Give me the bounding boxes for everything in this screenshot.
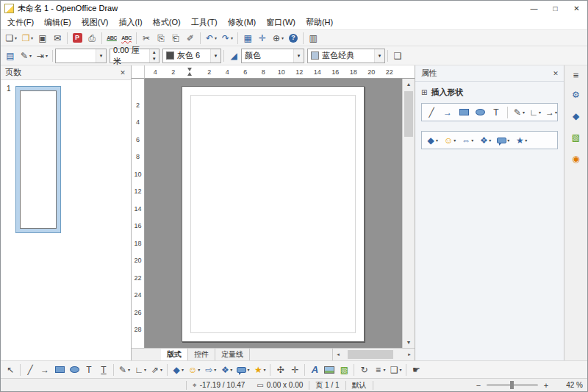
print-button[interactable]: ⎙	[85, 31, 99, 46]
vertical-scroll-thumb[interactable]	[404, 91, 413, 137]
maximize-button[interactable]: □	[545, 1, 566, 15]
redo-button[interactable]: ↷▾	[219, 31, 235, 46]
cut-button[interactable]: ✂	[139, 31, 154, 46]
insert-shapes-section-header[interactable]: ⊞ 插入形状	[415, 82, 564, 101]
properties-panel-close-button[interactable]: ✕	[551, 70, 561, 77]
line-color-select[interactable]: 灰色 6 ▾	[162, 49, 221, 63]
zoom-slider[interactable]	[487, 384, 538, 386]
properties-deck[interactable]: ⚙	[568, 87, 584, 103]
scroll-left-button[interactable]: ◂	[333, 349, 343, 360]
flowchart-button[interactable]: ❖▾	[218, 363, 234, 377]
zoom-slider-thumb[interactable]	[510, 381, 514, 389]
horizontal-scroll-track[interactable]	[343, 349, 404, 360]
basic-shapes-button[interactable]: ◆▾	[170, 363, 186, 377]
menu-format[interactable]: 格式(O)	[148, 15, 186, 29]
insert-curve-button[interactable]: ✎▾	[512, 105, 526, 120]
combo-arrow-icon[interactable]: ▾	[210, 49, 220, 63]
menu-view[interactable]: 视图(V)	[76, 15, 114, 29]
stars-button[interactable]: ★▾	[251, 363, 268, 377]
spin-down-icon[interactable]: ▼	[150, 56, 159, 63]
save-button[interactable]: ▣	[35, 31, 50, 46]
insert-callouts-button[interactable]: ▾	[495, 133, 512, 148]
edit-points-button[interactable]: ✣	[273, 363, 287, 377]
rectangle-button[interactable]	[52, 363, 67, 377]
tab-layout[interactable]: 版式	[161, 349, 188, 360]
lines-and-arrows-button[interactable]: ⇗▾	[148, 363, 165, 377]
insert-basic-shapes-button[interactable]: ◆▾	[424, 133, 440, 148]
fontwork-button[interactable]: A	[307, 363, 322, 377]
line-width-spinner[interactable]: ▲▼	[149, 49, 159, 63]
export-pdf-button[interactable]: P	[70, 31, 85, 46]
combo-arrow-icon[interactable]: ▾	[96, 49, 106, 63]
menu-modify[interactable]: 修改(M)	[223, 15, 262, 29]
gallery-deck[interactable]: ▧	[568, 129, 584, 146]
area-dialog-button[interactable]: ◢	[226, 49, 241, 63]
navigator-deck[interactable]: ◉	[568, 151, 584, 167]
insert-arrow-button[interactable]: →	[440, 105, 455, 120]
sidebar-menu-button[interactable]: ≡	[573, 68, 579, 82]
zoom-in-button[interactable]: +	[542, 381, 551, 390]
page-thumbnail[interactable]	[15, 86, 61, 233]
sidebar-toggle-button[interactable]: ▥	[306, 31, 320, 46]
zoom-button[interactable]: ⊕▾	[270, 31, 286, 46]
pages-panel-close-button[interactable]: ✕	[118, 69, 128, 76]
spellcheck-button[interactable]: ABC	[104, 31, 119, 46]
fill-color-select[interactable]: 蓝色经典 ▾	[307, 49, 385, 63]
menu-file[interactable]: 文件(F)	[2, 15, 39, 29]
menu-tools[interactable]: 工具(T)	[186, 15, 223, 29]
line-dialog-button[interactable]: ✎▾	[18, 49, 34, 63]
arrow-style-button[interactable]: ⇥▾	[34, 49, 50, 63]
new-document-button[interactable]: ❏▾	[3, 31, 19, 46]
minimize-button[interactable]: —	[523, 1, 545, 15]
insert-line-button[interactable]: ╱	[424, 105, 439, 120]
gallery-button[interactable]: ▧	[337, 363, 351, 377]
horizontal-scrollbar[interactable]: ◂ ▸	[332, 349, 415, 360]
tab-controls[interactable]: 控件	[188, 349, 215, 360]
paste-button[interactable]: ⎗	[168, 31, 183, 46]
menu-edit[interactable]: 编辑(E)	[39, 15, 76, 29]
vertical-scroll-track[interactable]	[403, 90, 415, 337]
ellipse-button[interactable]	[67, 363, 82, 377]
insert-flowchart-button[interactable]: ❖▾	[477, 133, 493, 148]
combo-arrow-icon[interactable]: ▾	[374, 49, 384, 63]
scroll-down-button[interactable]: ▼	[403, 337, 415, 348]
status-page-style[interactable]: 默认	[346, 380, 373, 391]
area-style-select[interactable]: 颜色 ▾	[241, 49, 304, 63]
help-button[interactable]: ?	[286, 31, 301, 46]
open-document-button[interactable]: ❐▾	[19, 31, 35, 46]
line-width-input[interactable]: 0.00 厘米 ▲▼	[110, 49, 159, 63]
copy-button[interactable]: ⎘	[154, 31, 168, 46]
helplines-button[interactable]: ✛	[255, 31, 270, 46]
rotate-button[interactable]: ↻	[356, 363, 371, 377]
spin-up-icon[interactable]: ▲	[150, 49, 159, 56]
tab-dimension-lines[interactable]: 定量线	[215, 349, 250, 360]
insert-lines-arrows-button[interactable]: →▾	[544, 105, 559, 120]
insert-ellipse-button[interactable]	[473, 105, 487, 120]
line-button[interactable]: ╱	[23, 363, 37, 377]
section-expander-icon[interactable]: ⊞	[421, 88, 427, 96]
zoom-level-value[interactable]: 42 %	[555, 381, 583, 389]
zoom-out-button[interactable]: −	[474, 381, 483, 390]
select-button[interactable]: ↖	[3, 363, 18, 377]
shapes-deck[interactable]: ◆	[568, 108, 584, 124]
glue-points-button[interactable]: ✛	[287, 363, 302, 377]
insert-rectangle-button[interactable]	[456, 105, 471, 120]
insert-symbol-shapes-button[interactable]: ☺▾	[442, 133, 458, 148]
insert-block-arrows-button[interactable]: ⇔▾	[459, 133, 476, 148]
menu-help[interactable]: 帮助(H)	[301, 15, 338, 29]
menu-insert[interactable]: 插入(I)	[113, 15, 147, 29]
page-canvas[interactable]	[182, 86, 365, 342]
vertical-scrollbar[interactable]: ▲ ▼	[402, 79, 415, 348]
symbol-shapes-button[interactable]: ☺▾	[186, 363, 202, 377]
drawing-area[interactable]	[145, 79, 402, 348]
interaction-button[interactable]: ☛	[409, 363, 423, 377]
block-arrows-button[interactable]: ⇨▾	[202, 363, 218, 377]
fit-text-button[interactable]: T	[96, 363, 111, 377]
arrow-line-button[interactable]: →	[37, 363, 52, 377]
format-paintbrush-button[interactable]: ✐	[183, 31, 198, 46]
document-as-email-button[interactable]: ✉	[50, 31, 65, 46]
insert-stars-button[interactable]: ★▾	[513, 133, 529, 148]
horizontal-scroll-thumb[interactable]	[348, 350, 393, 359]
line-style-select[interactable]: ▾	[55, 49, 107, 63]
styles-button[interactable]: ▤	[3, 49, 18, 63]
